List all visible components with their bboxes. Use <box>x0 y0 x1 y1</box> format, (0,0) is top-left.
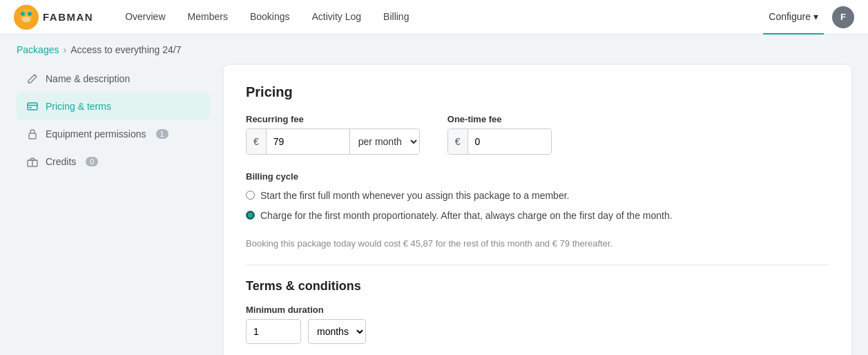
billing-cycle-label: Billing cycle <box>246 171 829 182</box>
svg-rect-10 <box>29 133 36 139</box>
main-layout: Name & description Pricing & terms Equip… <box>0 65 868 355</box>
configure-label: Configure <box>769 11 811 22</box>
recurring-fee-group: Recurring fee € per month per week per d… <box>246 114 420 155</box>
pricing-title: Pricing <box>246 84 829 100</box>
terms-title: Terms & conditions <box>246 279 829 294</box>
sidebar-item-credits[interactable]: Credits 0 <box>17 148 210 175</box>
logo: FABMAN <box>14 5 93 30</box>
chevron-down-icon: ▾ <box>813 11 818 22</box>
min-duration-unit-select[interactable]: months weeks days <box>308 319 366 344</box>
configure-button[interactable]: Configure ▾ <box>763 0 824 35</box>
sidebar: Name & description Pricing & terms Equip… <box>17 65 210 355</box>
section-divider <box>246 265 829 265</box>
breadcrumb-current: Access to everything 24/7 <box>70 44 181 55</box>
billing-option-1: Start the first full month whenever you … <box>246 189 829 203</box>
min-duration-label: Minimum duration <box>246 305 829 315</box>
onetimefee-input-wrapper: € <box>447 128 552 155</box>
pricing-section: Pricing Recurring fee € per month per we… <box>246 84 829 251</box>
billing-cycle-section: Billing cycle Start the first full month… <box>246 171 829 223</box>
billing-radio-1[interactable] <box>246 191 255 200</box>
sidebar-label-pricing-terms: Pricing & terms <box>46 101 111 112</box>
svg-point-2 <box>21 12 25 16</box>
content-card: Pricing Recurring fee € per month per we… <box>224 65 851 355</box>
svg-rect-9 <box>29 107 32 108</box>
billing-option-2: Charge for the first month proportionate… <box>246 209 829 223</box>
onetimefee-label: One-time fee <box>447 114 552 124</box>
nav-billing[interactable]: Billing <box>372 0 420 35</box>
sidebar-item-name-description[interactable]: Name & description <box>17 65 210 93</box>
lock-icon <box>26 128 39 140</box>
equipment-badge: 1 <box>156 129 168 139</box>
sidebar-label-name-description: Name & description <box>46 73 130 84</box>
billing-option-1-text: Start the first full month whenever you … <box>260 189 569 203</box>
pricing-row: Recurring fee € per month per week per d… <box>246 114 829 155</box>
nav-activity-log[interactable]: Activity Log <box>300 0 372 35</box>
navbar: FABMAN Overview Members Bookings Activit… <box>0 0 868 35</box>
sidebar-item-pricing-terms[interactable]: Pricing & terms <box>17 93 210 120</box>
recurring-fee-input-wrapper: € per month per week per day <box>246 128 420 155</box>
sidebar-label-credits: Credits <box>46 156 76 167</box>
svg-point-4 <box>22 17 30 22</box>
fabman-logo-icon <box>14 5 39 30</box>
nav-members[interactable]: Members <box>177 0 239 35</box>
booking-info-text: Booking this package today would cost € … <box>246 237 829 251</box>
svg-point-3 <box>28 12 32 16</box>
edit-icon <box>26 73 39 85</box>
sidebar-label-equipment-permissions: Equipment permissions <box>46 128 146 140</box>
breadcrumb-parent[interactable]: Packages <box>17 44 59 55</box>
credits-badge: 0 <box>86 157 98 166</box>
breadcrumb: Packages › Access to everything 24/7 <box>0 35 868 65</box>
min-duration-input[interactable] <box>246 319 301 344</box>
breadcrumb-separator: › <box>63 44 66 55</box>
onetimefee-input[interactable] <box>468 129 551 154</box>
recurring-fee-input[interactable] <box>267 129 349 154</box>
sidebar-item-equipment-permissions[interactable]: Equipment permissions 1 <box>17 120 210 148</box>
credit-card-icon <box>26 100 39 113</box>
gift-icon <box>26 155 39 168</box>
recurring-fee-label: Recurring fee <box>246 114 420 124</box>
onetimefee-currency-symbol: € <box>448 129 468 154</box>
nav-right: Configure ▾ F <box>763 0 854 35</box>
avatar[interactable]: F <box>832 6 854 28</box>
min-duration-row: months weeks days <box>246 319 829 344</box>
per-month-select[interactable]: per month per week per day <box>349 129 419 154</box>
terms-section: Terms & conditions Minimum duration mont… <box>246 279 829 344</box>
nav-bookings[interactable]: Bookings <box>239 0 301 35</box>
nav-overview[interactable]: Overview <box>114 0 176 35</box>
onetimefee-group: One-time fee € <box>447 114 552 155</box>
logo-text: FABMAN <box>43 11 93 23</box>
svg-rect-7 <box>28 103 37 110</box>
billing-radio-2[interactable] <box>246 211 255 220</box>
billing-option-2-text: Charge for the first month proportionate… <box>260 209 673 223</box>
nav-links: Overview Members Bookings Activity Log B… <box>114 0 420 35</box>
recurring-currency-symbol: € <box>247 129 267 154</box>
